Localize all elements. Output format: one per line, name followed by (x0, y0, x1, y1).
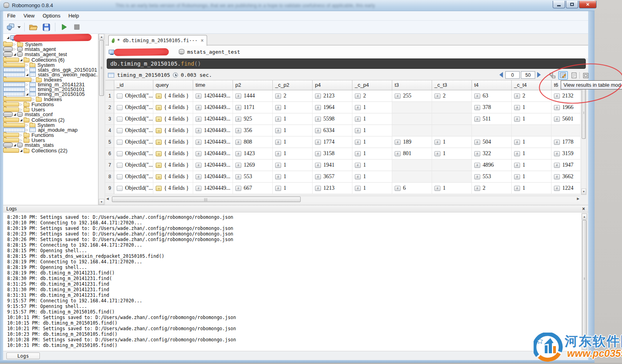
cell-p2[interactable]: 667 (233, 183, 273, 194)
expand-arrow-icon[interactable] (25, 73, 29, 76)
table-row[interactable]: 8 ObjectId("... { 4 fields } 14204449...… (106, 171, 581, 183)
cell-ct3[interactable]: 1 (432, 148, 472, 160)
cell-ct3[interactable] (432, 160, 472, 171)
cell-cp2[interactable]: 1 (273, 160, 313, 171)
cell-t4[interactable]: 4896 (472, 160, 512, 171)
cell-ct3[interactable] (432, 125, 472, 136)
cell-cp4[interactable]: 1 (352, 125, 392, 136)
tree-item[interactable]: mstats_conf (3, 112, 13, 117)
logs-close-icon[interactable]: × (582, 206, 585, 212)
scroll-up-icon[interactable]: ▲ (99, 34, 104, 40)
cell-cp2[interactable]: 1 (273, 183, 313, 194)
scroll-right-icon[interactable]: ▶ (577, 197, 579, 200)
cell-t4[interactable]: 322 (472, 148, 512, 160)
skip-input[interactable]: 0 (505, 71, 520, 79)
cell-p2[interactable]: 925 (233, 113, 273, 125)
cell-t6[interactable]: 1224 (552, 183, 581, 194)
tab-query-result[interactable]: * db.timing_m_20150105.fi··· × (108, 35, 207, 46)
batch-size-input[interactable]: 50 (521, 71, 535, 79)
cell-p4[interactable]: 2123 (313, 90, 352, 102)
cell-ct4[interactable]: 1 (512, 160, 552, 171)
connect-button[interactable] (6, 22, 16, 32)
column-header[interactable]: time (193, 80, 233, 90)
column-header[interactable]: _c_p4 (352, 80, 392, 90)
cell-time[interactable]: 14204449... (193, 160, 233, 171)
cell-p2[interactable]: 808 (233, 136, 273, 148)
cell-id[interactable]: ObjectId("... (114, 90, 153, 102)
expand-arrow-icon[interactable] (31, 97, 36, 101)
table-row[interactable]: 7 ObjectId("... { 4 fields } 14204449...… (106, 160, 581, 171)
tree-scrollbar[interactable]: ▲ ▼ (98, 34, 104, 205)
tree-item[interactable]: timing_m_20150101 (3, 87, 25, 91)
cell-t4[interactable]: 553 (472, 171, 512, 183)
cell-query[interactable]: { 4 fields } (153, 183, 193, 194)
tree-item[interactable]: Indexes (3, 78, 31, 82)
table-row[interactable]: 5 ObjectId("... { 4 fields } 14204449...… (106, 136, 581, 148)
tree-item[interactable]: timing_m_20141231 (3, 82, 25, 87)
cell-id[interactable]: ObjectId("... (114, 148, 153, 160)
cell-t3[interactable] (392, 160, 432, 171)
cell-time[interactable]: 14204449... (193, 183, 233, 194)
column-header[interactable]: t4 (472, 80, 512, 90)
cell-t3[interactable]: 255 (392, 90, 432, 102)
expand-arrow-icon[interactable] (25, 123, 29, 127)
cell-ct3[interactable]: 1 (432, 183, 472, 194)
table-row[interactable]: 9 ObjectId("... { 4 fields } 14204449...… (106, 183, 581, 194)
logs-toggle-button[interactable]: Logs (6, 352, 40, 359)
expand-arrow-icon[interactable] (25, 68, 29, 72)
cell-id[interactable]: ObjectId("... (114, 160, 153, 171)
cell-cp2[interactable]: 1 (273, 136, 313, 148)
horizontal-scrollbar[interactable]: ◀ ▶ (106, 196, 580, 202)
cell-query[interactable]: { 4 fields } (153, 102, 193, 113)
maximize-button[interactable] (566, 1, 578, 8)
menu-item[interactable]: View (20, 12, 39, 20)
tree-item[interactable]: Users (3, 107, 19, 112)
cell-cp2[interactable]: 1 (273, 171, 313, 183)
cell-t4[interactable]: 504 (472, 136, 512, 148)
expand-arrow-icon[interactable] (12, 143, 17, 147)
logs-output[interactable]: 8:20:10 PM: Settings saved to: D:/Users/… (3, 212, 581, 351)
cell-t4[interactable]: 63 (472, 90, 512, 102)
cell-id[interactable]: ObjectId("... (114, 125, 153, 136)
cell-ct3[interactable] (432, 113, 472, 125)
cell-time[interactable]: 14204449... (193, 90, 233, 102)
expand-arrow-icon[interactable] (25, 92, 29, 96)
tree-item[interactable]: mstats_agent_test (3, 52, 13, 57)
cell-id[interactable]: ObjectId("... (114, 183, 153, 194)
cell-id[interactable]: ObjectId("... (114, 171, 153, 183)
cell-query[interactable]: { 4 fields } (153, 90, 193, 102)
tree-item[interactable]: stats_dns_ggk_20150101 (3, 67, 25, 72)
expand-arrow-icon[interactable] (25, 128, 29, 132)
cell-p2[interactable]: 1423 (233, 148, 273, 160)
tree-item[interactable]: timing_m_20150105 (3, 91, 25, 96)
cell-t6[interactable]: 1778 (552, 136, 581, 148)
cell-t4[interactable]: 378 (472, 102, 512, 113)
cell-cp4[interactable]: 1 (352, 171, 392, 183)
run-button[interactable] (59, 22, 69, 32)
cell-cp4[interactable]: 1 (352, 160, 392, 171)
scroll-left-icon[interactable]: ◀ (106, 197, 109, 200)
cell-time[interactable]: 14204449... (193, 148, 233, 160)
expand-arrow-icon[interactable] (31, 78, 36, 82)
tree-scrollbar-thumb[interactable] (99, 40, 104, 96)
cell-cp4[interactable]: 1 (352, 102, 392, 113)
table-row[interactable]: 3 ObjectId("... { 4 fields } 14204449...… (106, 113, 581, 125)
column-header[interactable]: p4 (313, 80, 352, 90)
tree-item[interactable]: Collections (22) (3, 148, 19, 153)
cell-query[interactable]: { 4 fields } (153, 136, 193, 148)
logs-scrollbar[interactable]: ▲ ▼ (581, 213, 587, 350)
cell-cp4[interactable]: 1 (352, 136, 392, 148)
tree-item[interactable]: stats_dns_weixin_redpac... (3, 72, 25, 77)
save-button[interactable] (41, 22, 51, 32)
cell-id[interactable]: ObjectId("... (114, 102, 153, 113)
tree-item[interactable]: Indexes (3, 97, 31, 101)
expand-arrow-icon[interactable] (25, 63, 29, 67)
previous-page-button[interactable] (499, 72, 503, 78)
cell-p4[interactable]: 1774 (313, 136, 352, 148)
tree-item[interactable]: Functions (3, 102, 19, 107)
cell-cp2[interactable]: 1 (273, 148, 313, 160)
expand-arrow-icon[interactable] (19, 149, 23, 152)
cell-t4[interactable]: 2 (472, 183, 512, 194)
cell-ct4[interactable]: 1 (512, 183, 552, 194)
cell-p4[interactable]: 5598 (313, 113, 352, 125)
